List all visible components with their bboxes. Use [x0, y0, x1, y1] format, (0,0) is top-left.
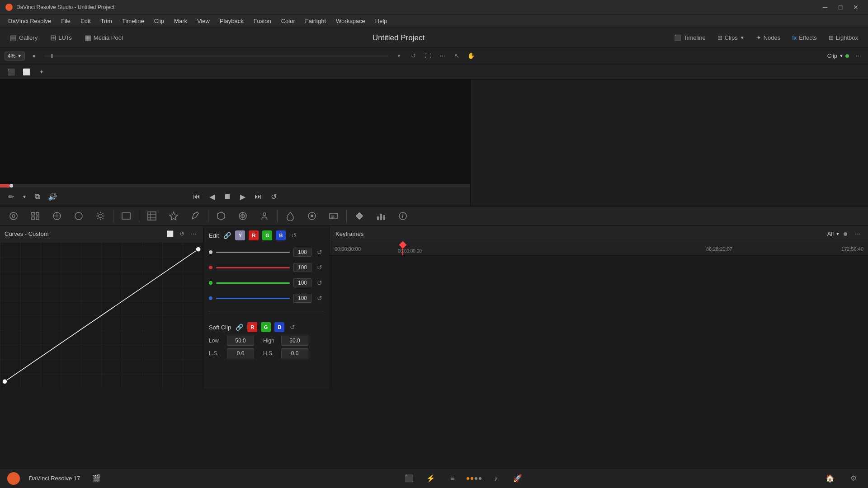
soft-clip-reset-btn[interactable]: ↺ — [288, 323, 297, 332]
channel-val-white[interactable] — [293, 248, 311, 257]
play-btn[interactable]: ▶ — [237, 191, 248, 203]
audio-btn[interactable]: 🔊 — [45, 191, 60, 203]
high-input[interactable] — [281, 336, 308, 346]
menu-fusion[interactable]: Fusion — [249, 16, 276, 26]
status-media-btn[interactable]: ⬛ — [402, 471, 416, 486]
channel-val-blue[interactable] — [293, 294, 311, 303]
menu-edit[interactable]: Edit — [76, 16, 95, 26]
kf-more-btn[interactable]: ⋯ — [853, 229, 863, 239]
channel-g-btn[interactable]: G — [262, 230, 272, 240]
curves-body[interactable] — [0, 242, 203, 389]
sec-dot-btn[interactable]: ● — [28, 51, 39, 61]
prev-frame-btn[interactable]: ◀ — [207, 191, 217, 203]
pen-dropdown-btn[interactable]: ▼ — [19, 192, 29, 201]
status-fusion-btn[interactable]: ≡ — [445, 471, 460, 486]
menu-workspace[interactable]: Workspace — [331, 16, 370, 26]
icon-tool-1[interactable]: ⬛ — [5, 66, 17, 78]
color-tool-star[interactable] — [164, 207, 184, 225]
sec-more-btn[interactable]: ⋯ — [437, 51, 448, 61]
maximize-button[interactable]: □ — [834, 2, 847, 12]
color-tool-hexagon[interactable] — [211, 207, 231, 225]
channel-slider-blue[interactable] — [216, 298, 290, 299]
color-tool-diamond[interactable] — [349, 207, 369, 225]
channel-reset-blue[interactable]: ↺ — [315, 294, 324, 303]
menu-fairlight[interactable]: Fairlight — [301, 16, 330, 26]
sec-more-right-btn[interactable]: ⋯ — [853, 51, 863, 61]
clip-selector[interactable]: Clip ▼ — [827, 52, 849, 59]
menu-color[interactable]: Color — [277, 16, 300, 26]
ls-input[interactable] — [227, 348, 254, 358]
channel-slider-white[interactable] — [216, 252, 290, 253]
edit-reset-btn[interactable]: ↺ — [289, 231, 298, 240]
curves-expand-btn[interactable]: ⬜ — [165, 229, 175, 239]
close-button[interactable]: ✕ — [849, 2, 863, 12]
lightbox-button[interactable]: ⊞ Lightbox — [824, 33, 863, 43]
color-tool-person[interactable] — [255, 207, 274, 225]
channel-slider-green[interactable] — [216, 282, 290, 284]
status-settings-btn[interactable]: ⚙ — [846, 471, 861, 486]
soft-clip-r-btn[interactable]: R — [247, 322, 257, 332]
loop-btn[interactable]: ↺ — [268, 191, 279, 203]
edit-link-btn[interactable]: 🔗 — [222, 231, 231, 240]
channel-r-btn[interactable]: R — [249, 230, 259, 240]
color-tool-circle2[interactable] — [302, 207, 322, 225]
curves-settings-btn[interactable]: ↺ — [177, 229, 187, 239]
soft-clip-b-btn[interactable]: B — [274, 322, 284, 332]
icon-tool-2[interactable]: ⬜ — [20, 66, 33, 78]
clips-button[interactable]: ⊞ Clips ▼ — [713, 33, 749, 43]
color-tool-table[interactable] — [142, 207, 162, 225]
color-tool-box[interactable]: SD — [324, 207, 344, 225]
channel-reset-white[interactable]: ↺ — [315, 248, 324, 257]
channel-b-btn[interactable]: B — [276, 230, 286, 240]
sec-expand-btn[interactable]: ⛶ — [422, 51, 433, 61]
media-pool-button[interactable]: ▦ Media Pool — [80, 32, 127, 44]
minimize-button[interactable]: ─ — [818, 2, 832, 12]
effects-button[interactable]: fx Effects — [788, 33, 821, 43]
viewer-content[interactable] — [0, 80, 470, 184]
color-tool-hdr[interactable] — [69, 207, 89, 225]
nodes-button[interactable]: ✦ Nodes — [752, 33, 785, 43]
color-tool-grid[interactable] — [25, 207, 45, 225]
soft-clip-g-btn[interactable]: G — [261, 322, 271, 332]
menu-clip[interactable]: Clip — [150, 16, 169, 26]
color-tool-circle[interactable] — [47, 207, 67, 225]
curves-more-btn[interactable]: ⋯ — [189, 229, 198, 239]
menu-help[interactable]: Help — [371, 16, 392, 26]
kf-body[interactable] — [330, 256, 868, 389]
color-tool-camera[interactable] — [4, 207, 24, 225]
pen-tool-btn[interactable]: ✏ — [5, 191, 17, 203]
status-home-btn[interactable]: 🏠 — [823, 471, 837, 486]
hs-input[interactable] — [281, 348, 308, 358]
color-tool-target[interactable] — [233, 207, 253, 225]
sec-refresh-btn[interactable]: ↺ — [408, 51, 419, 61]
color-tool-info[interactable]: i — [393, 207, 413, 225]
color-tool-frame[interactable] — [116, 207, 136, 225]
channel-reset-green[interactable]: ↺ — [315, 278, 324, 287]
color-tool-pen[interactable] — [185, 207, 205, 225]
menu-timeline[interactable]: Timeline — [118, 16, 149, 26]
luts-button[interactable]: ⊞ LUTs — [46, 32, 76, 44]
channel-y-btn[interactable]: Y — [235, 230, 245, 240]
gallery-button[interactable]: ▤ Gallery — [5, 32, 42, 44]
icon-tool-3[interactable]: ✦ — [35, 66, 48, 78]
layers-btn[interactable]: ⧉ — [32, 191, 42, 202]
zoom-selector[interactable]: 4% ▼ — [5, 52, 25, 61]
stop-btn[interactable]: ⏹ — [221, 191, 234, 203]
color-tool-drop[interactable] — [280, 207, 300, 225]
color-tool-chart[interactable] — [371, 207, 391, 225]
status-clip-btn[interactable]: 🎬 — [89, 471, 104, 486]
menu-file[interactable]: File — [57, 16, 75, 26]
status-fairlight-btn[interactable]: ♪ — [489, 471, 503, 486]
menu-view[interactable]: View — [193, 16, 214, 26]
color-tool-gear[interactable] — [90, 207, 110, 225]
timeline-button[interactable]: ⬛ Timeline — [670, 33, 710, 43]
menu-playback[interactable]: Playback — [215, 16, 248, 26]
channel-val-green[interactable] — [293, 278, 311, 287]
go-to-end-btn[interactable]: ⏭ — [252, 191, 264, 203]
sec-dropdown-btn[interactable]: ▼ — [393, 51, 404, 61]
low-input[interactable] — [227, 336, 254, 346]
go-to-start-btn[interactable]: ⏮ — [190, 191, 203, 203]
cursor-tool-btn[interactable]: ↖ — [451, 51, 462, 61]
status-edit-btn[interactable]: ⚡ — [424, 471, 438, 486]
channel-slider-red[interactable] — [216, 267, 290, 268]
